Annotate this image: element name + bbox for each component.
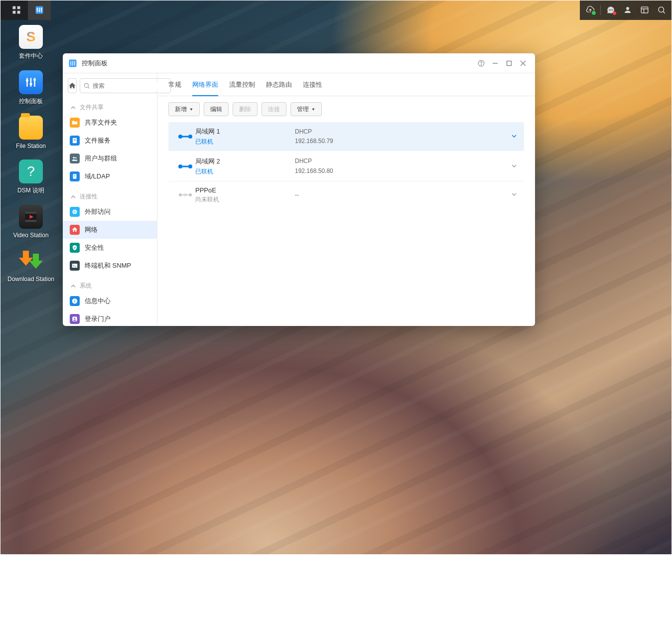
sidebar-item[interactable]: 登录门户: [63, 310, 157, 326]
close-button[interactable]: [516, 56, 530, 70]
sidebar-item[interactable]: 外部访问: [63, 203, 157, 221]
control-panel-icon: [34, 5, 44, 15]
add-button[interactable]: 新增▼: [168, 102, 200, 116]
sidebar-item-label: 终端机和 SNMP: [85, 261, 131, 270]
sidebar-section-header[interactable]: 系统: [63, 280, 157, 292]
svg-rect-0: [13, 6, 16, 9]
sidebar-item[interactable]: 信息中心: [63, 292, 157, 310]
package-center-icon: [19, 25, 43, 49]
svg-rect-45: [74, 139, 76, 140]
edit-button[interactable]: 编辑: [204, 102, 229, 116]
sidebar-item[interactable]: 共享文件夹: [63, 114, 157, 132]
sidebar-section-header[interactable]: 连接性: [63, 190, 157, 203]
interface-name: 局域网 2: [195, 157, 295, 166]
help-icon: ?: [19, 160, 43, 183]
interface-list: 局域网 1已联机DHCP192.168.50.79局域网 2已联机DHCP192…: [157, 122, 535, 209]
desktop-icon-control-panel[interactable]: 控制面板: [6, 70, 56, 106]
interface-row[interactable]: PPPoE尚未联机--: [168, 181, 524, 209]
window-title: 控制面板: [82, 59, 474, 68]
desktop-icon-file-station[interactable]: File Station: [6, 116, 56, 150]
interface-row[interactable]: 局域网 1已联机DHCP192.168.50.79: [168, 122, 524, 151]
svg-point-66: [189, 193, 192, 196]
sidebar-section-header[interactable]: 文件共享: [63, 101, 157, 114]
svg-point-48: [75, 157, 77, 159]
notification-badge: [613, 11, 616, 15]
svg-point-9: [39, 10, 40, 11]
interface-name: 局域网 1: [195, 127, 295, 136]
desktop-icon-label: Video Station: [6, 232, 56, 239]
svg-rect-33: [71, 61, 72, 65]
tab[interactable]: 静态路由: [266, 80, 292, 96]
sidebar-item-icon: [70, 136, 80, 146]
tab[interactable]: 连接性: [303, 80, 322, 96]
taskbar-item-control-panel[interactable]: [28, 0, 51, 20]
manage-button[interactable]: 管理▼: [290, 102, 322, 116]
svg-point-14: [626, 7, 629, 10]
main-pane: 常规网络界面流量控制静态路由连接性 新增▼ 编辑 删除 连接 管理▼ 局域网 1…: [157, 73, 535, 326]
tray-user[interactable]: [619, 0, 636, 20]
window-titlebar[interactable]: 控制面板: [63, 53, 535, 73]
tab[interactable]: 流量控制: [229, 80, 255, 96]
sidebar-item-icon: [70, 296, 80, 306]
chevron-up-icon: [71, 284, 76, 289]
svg-rect-15: [641, 7, 648, 13]
svg-point-13: [612, 9, 613, 10]
desktop-icon-package-center[interactable]: 套件中心: [6, 25, 56, 60]
desktop-icon-download-station[interactable]: Download Station: [6, 249, 56, 283]
desktop-icon-label: File Station: [6, 143, 56, 150]
video-icon: [19, 205, 43, 229]
sidebar-item-icon: [70, 314, 80, 324]
chevron-down-icon: ▼: [311, 107, 315, 112]
sidebar-item[interactable]: 域/LDAP: [63, 167, 157, 185]
search-icon: [657, 5, 666, 14]
sidebar-item[interactable]: 安全性: [63, 239, 157, 257]
svg-rect-53: [72, 264, 78, 268]
desktop-icon-dsm-help[interactable]: ? DSM 说明: [6, 160, 56, 195]
sidebar-item-label: 网络: [85, 225, 98, 234]
minimize-button[interactable]: [488, 56, 502, 70]
chevron-up-icon: [71, 105, 76, 110]
svg-point-24: [30, 83, 32, 85]
sidebar-item-icon: [70, 154, 80, 163]
tray-upload-status[interactable]: [582, 0, 599, 20]
svg-point-42: [84, 83, 88, 87]
user-icon: [623, 5, 632, 14]
sidebar-item-label: 信息中心: [85, 297, 111, 306]
svg-point-58: [74, 318, 76, 319]
svg-rect-34: [72, 61, 73, 65]
help-button[interactable]: [474, 56, 488, 70]
maximize-button[interactable]: [502, 56, 516, 70]
tab[interactable]: 网络界面: [192, 80, 218, 96]
home-icon: [68, 82, 76, 90]
home-button[interactable]: [68, 78, 77, 93]
svg-marker-30: [19, 251, 33, 266]
sidebar-item[interactable]: 文件服务: [63, 132, 157, 150]
sidebar-item[interactable]: 用户与群组: [63, 150, 157, 167]
svg-rect-27: [25, 212, 37, 214]
apps-grid-icon: [11, 5, 21, 15]
svg-rect-2: [13, 11, 16, 14]
minimize-icon: [492, 60, 498, 66]
interface-row[interactable]: 局域网 2已联机DHCP192.168.50.80: [168, 151, 524, 180]
svg-point-50: [74, 175, 75, 176]
maximize-icon: [506, 60, 512, 66]
main-menu-button[interactable]: [5, 0, 28, 20]
tab[interactable]: 常规: [168, 80, 181, 96]
tray-widgets[interactable]: [636, 0, 653, 20]
sidebar-item[interactable]: 网络: [63, 221, 157, 239]
svg-rect-3: [17, 11, 20, 14]
desktop-icon-video-station[interactable]: Video Station: [6, 205, 56, 239]
chevron-up-icon: [71, 194, 76, 199]
interface-info: DHCP192.168.50.79: [295, 127, 333, 146]
search-input[interactable]: [93, 82, 167, 89]
desktop-icon-label: 控制面板: [6, 97, 56, 106]
svg-rect-35: [74, 61, 75, 65]
status-badge-ok-icon: [591, 10, 596, 15]
svg-point-56: [74, 300, 75, 300]
chevron-down-icon: ▼: [189, 107, 193, 112]
tray-chat[interactable]: [602, 0, 619, 20]
interface-status: 已联机: [195, 138, 295, 146]
sidebar-item[interactable]: 终端机和 SNMP: [63, 257, 157, 275]
tray-search[interactable]: [653, 0, 670, 20]
svg-point-47: [73, 157, 75, 159]
